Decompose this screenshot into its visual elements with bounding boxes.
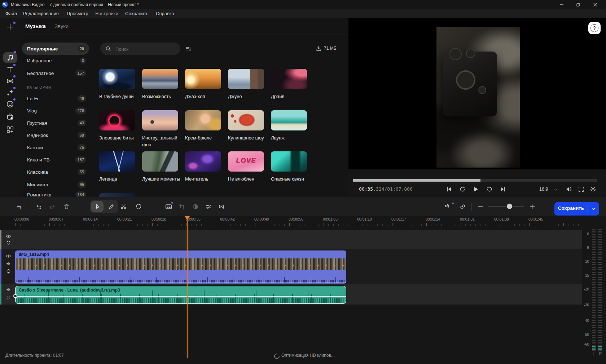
video-clip[interactable]: IMG_1816.mp4 — [15, 250, 346, 284]
music-track-card[interactable]: В глубине души — [99, 69, 138, 100]
menu-help[interactable]: Справка — [156, 11, 174, 16]
menu-settings[interactable]: Настройки — [95, 11, 118, 16]
track-thumbnail[interactable] — [142, 69, 178, 89]
marker-button[interactable] — [136, 204, 142, 210]
track-thumbnail[interactable] — [99, 69, 135, 89]
mute-button[interactable] — [566, 186, 572, 192]
save-button[interactable]: Сохранить — [554, 202, 599, 216]
menu-save[interactable]: Сохранить — [125, 11, 149, 16]
overlay-track-visibility-toggle[interactable] — [6, 234, 11, 239]
color-adjust-button[interactable] — [192, 204, 198, 210]
add-transition-button[interactable] — [219, 204, 225, 210]
search-input[interactable] — [115, 43, 177, 56]
category-minimal[interactable]: Минимал95 — [23, 180, 89, 189]
music-track-card[interactable]: Зловещие биты — [99, 110, 138, 141]
video-track-motion-toggle[interactable] — [6, 268, 11, 274]
music-track-card[interactable]: Инстру...альный фон — [142, 110, 181, 148]
category-vlog[interactable]: Vlog276 — [23, 106, 89, 115]
music-track-card[interactable]: Кулинарное шоу — [228, 110, 267, 141]
track-thumbnail[interactable] — [185, 110, 221, 130]
video-clip-volume-line[interactable] — [15, 283, 346, 283]
music-track-card[interactable]: Драйв — [271, 69, 310, 100]
subtitles-button[interactable] — [165, 204, 171, 210]
add-to-timeline-button[interactable] — [16, 204, 22, 210]
ruler-ticks[interactable] — [15, 223, 580, 226]
volume-handle[interactable] — [13, 294, 17, 298]
filter-free[interactable]: Бесплатное 157 — [23, 69, 89, 77]
zoom-slider-thumb[interactable] — [507, 204, 512, 209]
music-track-card[interactable]: Лаунж — [271, 110, 310, 141]
save-options-chevron-icon[interactable] — [591, 207, 596, 212]
sort-button[interactable] — [185, 46, 192, 52]
redo-button[interactable] — [49, 204, 56, 210]
clip-properties-button[interactable] — [206, 204, 212, 210]
music-track-card[interactable]: Мечтатель — [185, 151, 224, 182]
tab-sounds[interactable]: Звуки — [54, 23, 69, 29]
music-track-card[interactable]: Опасные связи — [271, 151, 310, 182]
track-thumbnail[interactable] — [99, 110, 135, 130]
audio-clip[interactable]: Casiio x Sleepermane - Luna_(audiodevil.… — [15, 286, 346, 304]
overlay-track-link-toggle[interactable] — [6, 240, 11, 246]
edit-tool-button[interactable] — [108, 204, 114, 210]
track-thumbnail[interactable]: LOVE — [228, 151, 264, 172]
undo-button[interactable] — [36, 204, 42, 210]
category-sad[interactable]: Грустная43 — [23, 119, 89, 127]
minimize-button[interactable] — [553, 0, 570, 9]
track-thumbnail[interactable] — [142, 110, 178, 130]
category-country[interactable]: Кантри75 — [23, 143, 89, 152]
track-thumbnail[interactable] — [228, 110, 264, 130]
music-track-card[interactable]: Джуно — [228, 69, 267, 100]
audio-normalize-button[interactable]: dj — [445, 203, 449, 208]
search-box[interactable] — [100, 43, 180, 55]
fullscreen-button[interactable] — [578, 186, 584, 192]
audio-clip-volume-line[interactable] — [16, 296, 346, 297]
track-thumbnail[interactable] — [185, 151, 221, 172]
sidebar-item-titles[interactable] — [6, 66, 14, 74]
sidebar-item-stickers[interactable] — [6, 100, 14, 108]
menu-view[interactable]: Просмотр — [67, 11, 88, 16]
category-lofi[interactable]: Lo-Fi46 — [23, 94, 89, 103]
playhead-line[interactable] — [187, 216, 188, 358]
category-classic[interactable]: Классика55 — [23, 168, 89, 176]
track-thumbnail[interactable] — [271, 110, 307, 130]
music-track-card[interactable]: Лучшие моменты — [142, 151, 181, 182]
tab-music[interactable]: Музыка — [25, 23, 46, 29]
category-cinema-tv[interactable]: Кино и ТВ187 — [23, 155, 89, 164]
sidebar-item-more-tools[interactable] — [6, 126, 14, 134]
step-forward-button[interactable] — [486, 186, 493, 192]
step-back-button[interactable] — [459, 186, 466, 192]
aspect-chevron[interactable] — [553, 187, 558, 192]
aspect-ratio-select[interactable]: 16:9 — [539, 187, 548, 192]
video-track-visibility-toggle[interactable] — [6, 253, 11, 259]
menu-file[interactable]: Файл — [5, 11, 17, 16]
track-thumbnail[interactable] — [185, 69, 221, 89]
linked-clips-button[interactable] — [460, 204, 466, 210]
music-track-card[interactable]: Крем-брюле — [185, 110, 224, 141]
crop-button[interactable] — [179, 204, 185, 210]
maximize-button[interactable] — [570, 0, 587, 9]
sidebar-item-import[interactable] — [6, 23, 14, 31]
filter-favorites[interactable]: Избранное 0 — [23, 56, 89, 65]
track-thumbnail[interactable] — [271, 151, 307, 172]
close-button[interactable] — [587, 0, 603, 9]
track-thumbnail[interactable] — [142, 151, 178, 172]
video-track-mute-toggle[interactable] — [6, 261, 11, 266]
menu-edit[interactable]: Редактирование — [23, 11, 59, 16]
timeline-zoom-slider[interactable] — [488, 206, 524, 207]
track-thumbnail[interactable] — [99, 193, 135, 197]
play-button[interactable] — [473, 186, 479, 192]
overlay-track-row[interactable] — [1, 230, 582, 249]
skip-to-start-button[interactable] — [446, 186, 452, 192]
zoom-out-button[interactable] — [478, 204, 484, 210]
playhead-handle[interactable] — [185, 216, 190, 220]
category-indie-rock[interactable]: Инди-рок68 — [23, 131, 89, 139]
music-track-card[interactable]: Возможность — [142, 69, 181, 100]
help-button[interactable]: ? — [588, 22, 601, 34]
cut-button[interactable] — [120, 204, 127, 210]
video-preview-area[interactable]: ? — [348, 18, 606, 169]
category-romantic[interactable]: Романтика134 — [23, 190, 89, 197]
preview-settings-button[interactable] — [590, 186, 596, 192]
audio-track-unlink-toggle[interactable] — [6, 295, 11, 301]
track-thumbnail[interactable] — [99, 151, 135, 172]
select-tool-button[interactable] — [95, 204, 101, 210]
